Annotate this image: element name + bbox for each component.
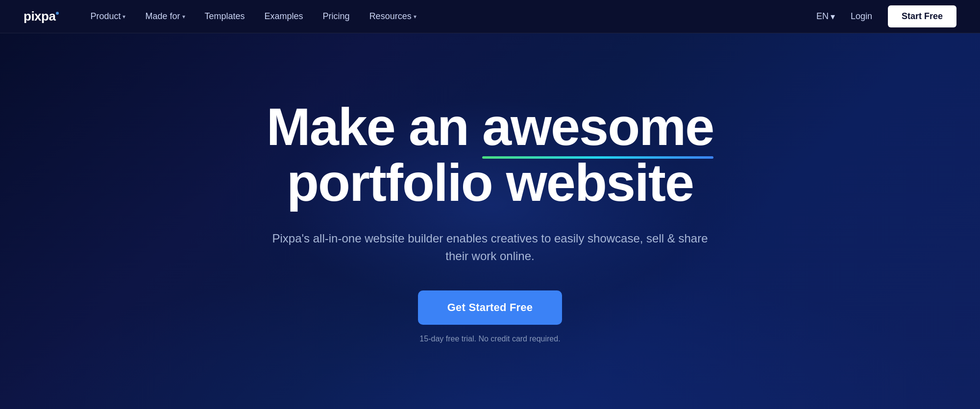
start-free-button[interactable]: Start Free bbox=[888, 5, 956, 27]
get-started-button[interactable]: Get Started Free bbox=[418, 290, 562, 325]
hero-subtitle: Pixpa's all-in-one website builder enabl… bbox=[270, 230, 710, 265]
logo-text: pixpa bbox=[24, 9, 55, 24]
trial-note: 15-day free trial. No credit card requir… bbox=[419, 335, 560, 343]
hero-title: Make an awesome portfolio website bbox=[267, 99, 713, 210]
logo-dot bbox=[56, 12, 59, 15]
navbar-left: pixpa Product ▾ Made for ▾ Templates Exa… bbox=[24, 7, 424, 25]
hero-cta: Get Started Free 15-day free trial. No c… bbox=[267, 290, 713, 343]
chevron-down-icon: ▾ bbox=[182, 13, 185, 20]
logo[interactable]: pixpa bbox=[24, 9, 59, 24]
chevron-down-icon: ▾ bbox=[831, 11, 835, 22]
login-button[interactable]: Login bbox=[843, 7, 880, 25]
nav-links: Product ▾ Made for ▾ Templates Examples … bbox=[82, 7, 424, 25]
chevron-down-icon: ▾ bbox=[122, 13, 125, 20]
hero-title-line2: portfolio website bbox=[267, 155, 713, 210]
chevron-down-icon: ▾ bbox=[414, 13, 416, 20]
nav-item-made-for[interactable]: Made for ▾ bbox=[137, 7, 193, 25]
hero-content: Make an awesome portfolio website Pixpa'… bbox=[247, 99, 733, 343]
nav-item-pricing[interactable]: Pricing bbox=[315, 7, 358, 25]
nav-item-examples[interactable]: Examples bbox=[257, 7, 311, 25]
hero-section: Make an awesome portfolio website Pixpa'… bbox=[0, 0, 980, 409]
navbar-right: EN ▾ Login Start Free bbox=[816, 5, 956, 27]
nav-item-templates[interactable]: Templates bbox=[197, 7, 253, 25]
hero-title-line1: Make an awesome bbox=[267, 99, 713, 154]
navbar: pixpa Product ▾ Made for ▾ Templates Exa… bbox=[0, 0, 980, 33]
nav-item-resources[interactable]: Resources ▾ bbox=[362, 7, 424, 25]
nav-item-product[interactable]: Product ▾ bbox=[82, 7, 133, 25]
language-selector[interactable]: EN ▾ bbox=[816, 11, 835, 22]
